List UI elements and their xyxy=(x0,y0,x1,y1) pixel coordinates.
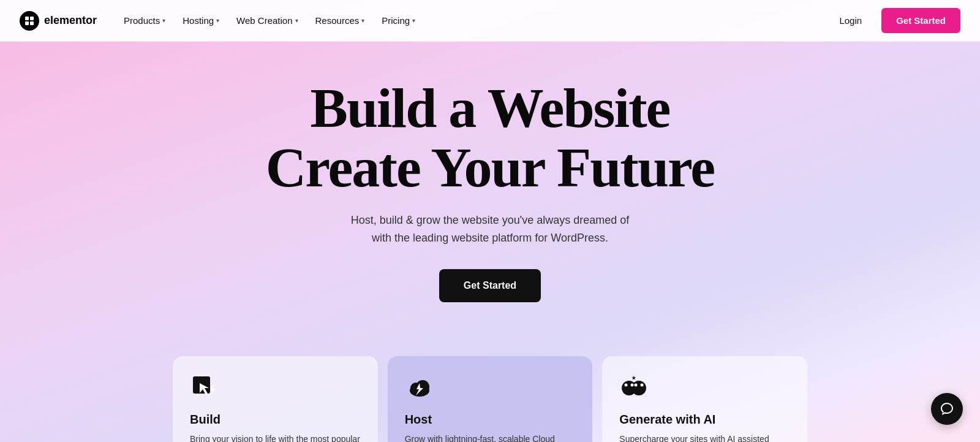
hero-subtitle: Host, build & grow the website you've al… xyxy=(351,211,630,247)
nav-items: Products ▾ Hosting ▾ Web Creation ▾ Reso… xyxy=(116,10,829,31)
nav-item-hosting[interactable]: Hosting ▾ xyxy=(175,10,227,31)
ai-card-title: Generate with AI xyxy=(619,413,790,427)
hero-cta-button[interactable]: Get Started xyxy=(439,269,541,302)
ai-card: Generate with AI Supercharge your sites … xyxy=(602,356,807,442)
svg-marker-17 xyxy=(632,375,636,379)
chevron-down-icon: ▾ xyxy=(162,17,165,24)
get-started-nav-button[interactable]: Get Started xyxy=(881,8,960,33)
nav-item-pricing[interactable]: Pricing ▾ xyxy=(374,10,423,31)
build-icon xyxy=(190,373,219,403)
hero-title: Build a Website Create Your Future xyxy=(266,78,714,197)
svg-rect-0 xyxy=(25,17,29,20)
svg-rect-1 xyxy=(30,17,34,20)
logo[interactable]: elementor xyxy=(20,11,97,31)
navbar: elementor Products ▾ Hosting ▾ Web Creat… xyxy=(0,0,980,42)
host-icon xyxy=(405,373,434,403)
logo-icon xyxy=(20,11,39,31)
svg-rect-2 xyxy=(25,21,29,25)
nav-item-products[interactable]: Products ▾ xyxy=(116,10,173,31)
host-card-desc: Grow with lightning-fast, scalable Cloud… xyxy=(405,433,576,442)
feature-cards: Build Bring your vision to life with the… xyxy=(153,356,827,442)
hero-content: Build a Website Create Your Future Host,… xyxy=(246,42,734,356)
chevron-down-icon: ▾ xyxy=(216,17,219,24)
build-card-desc: Bring your vision to life with the most … xyxy=(190,433,361,442)
nav-right: Login Get Started xyxy=(829,8,960,33)
chevron-down-icon: ▾ xyxy=(412,17,415,24)
build-card: Build Bring your vision to life with the… xyxy=(173,356,378,442)
chevron-down-icon: ▾ xyxy=(361,17,364,24)
svg-point-13 xyxy=(625,383,628,386)
svg-rect-3 xyxy=(30,21,34,25)
brand-name: elementor xyxy=(44,14,97,27)
svg-point-15 xyxy=(635,383,638,386)
ai-card-desc: Supercharge your sites with AI assisted … xyxy=(619,433,790,442)
host-card-title: Host xyxy=(405,413,576,427)
host-card: Host Grow with lightning-fast, scalable … xyxy=(388,356,593,442)
svg-point-14 xyxy=(631,383,634,386)
svg-point-16 xyxy=(641,383,644,386)
hero-section: Build a Website Create Your Future Host,… xyxy=(0,0,980,442)
svg-marker-6 xyxy=(209,384,216,395)
chat-icon xyxy=(940,402,954,416)
nav-item-resources[interactable]: Resources ▾ xyxy=(308,10,372,31)
nav-item-web-creation[interactable]: Web Creation ▾ xyxy=(229,10,305,31)
chat-bubble-button[interactable] xyxy=(931,393,963,425)
svg-point-12 xyxy=(631,381,646,395)
chevron-down-icon: ▾ xyxy=(295,17,298,24)
ai-icon xyxy=(619,373,649,403)
build-card-title: Build xyxy=(190,413,361,427)
login-button[interactable]: Login xyxy=(829,10,872,31)
